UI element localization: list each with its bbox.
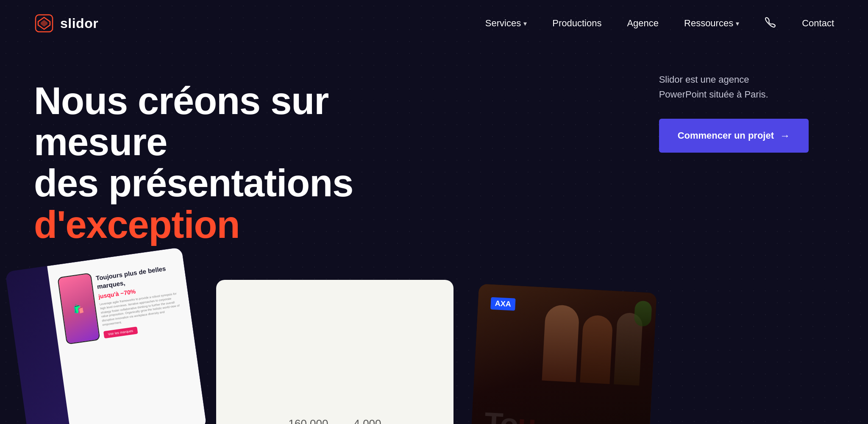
nav-item-agence[interactable]: Agence (627, 18, 659, 29)
stat2-number: 4,000 (353, 417, 381, 424)
nav-item-productions[interactable]: Productions (552, 18, 601, 29)
hero-title-line2: des présentations (34, 162, 353, 204)
hero-cta-area: Slidor est une agence PowerPoint située … (659, 72, 809, 153)
logo-area[interactable]: slidor (34, 13, 98, 33)
stat-item-1: 160,000 (288, 417, 328, 424)
card2-stats: 160,000 4,000 (288, 417, 381, 424)
card1-btn[interactable]: Voir les marques (103, 326, 138, 338)
nav-item-ressources[interactable]: Ressources ▾ (684, 18, 739, 29)
slide-card-3: AXA Tou (470, 284, 657, 424)
nav-item-services[interactable]: Services ▾ (485, 18, 527, 29)
card1-white-panel: 🛍️ Toujours plus de belles marques, jusq… (47, 247, 207, 424)
nav-phone[interactable] (765, 16, 776, 31)
cta-start-project-button[interactable]: Commencer un projet → (659, 119, 809, 153)
cta-arrow-icon: → (780, 130, 790, 142)
axa-badge: AXA (490, 297, 515, 311)
navbar: slidor Services ▾ Productions Agence Res… (0, 0, 868, 47)
phone-icon (765, 16, 776, 31)
hero-section: Nous créons sur mesure des présentations… (0, 47, 868, 424)
logo-text: slidor (60, 16, 98, 31)
services-chevron-icon: ▾ (523, 20, 527, 28)
hero-title-line1: Nous créons sur mesure (34, 80, 328, 163)
slide-card-1: 🛍️ Toujours plus de belles marques, jusq… (5, 247, 207, 424)
hero-description: Slidor est une agence PowerPoint située … (659, 72, 809, 102)
stat1-number: 160,000 (288, 417, 328, 424)
nav-links: Services ▾ Productions Agence Ressources… (485, 16, 834, 31)
logo-icon (34, 13, 54, 33)
card3-background: AXA Tou (470, 284, 657, 424)
nav-item-contact[interactable]: Contact (802, 18, 834, 29)
slide-card-2: 160,000 4,000 (216, 280, 453, 424)
stat-item-2: 4,000 (353, 417, 381, 424)
slides-preview: 🛍️ Toujours plus de belles marques, jusq… (0, 220, 868, 424)
ressources-chevron-icon: ▾ (736, 20, 739, 28)
